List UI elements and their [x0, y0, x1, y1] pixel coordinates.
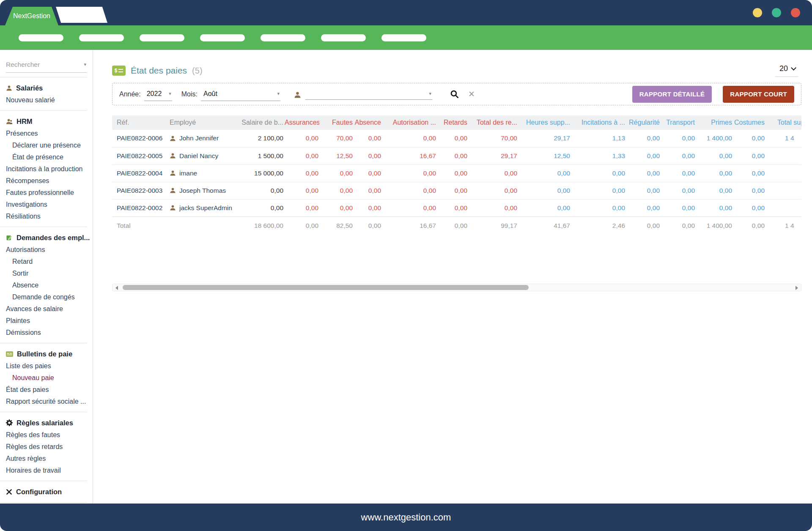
column-header-assurances[interactable]: Assurances: [284, 115, 319, 130]
sidebar-item-fautes-professionnelle[interactable]: Fautes professionnelle: [6, 187, 93, 199]
nav-menu-pill[interactable]: [261, 34, 305, 41]
sidebar-item-plaintes[interactable]: Plaintes: [6, 315, 93, 327]
column-header-employe[interactable]: Employé: [165, 115, 233, 130]
nav-menu-pill[interactable]: [200, 34, 245, 41]
employee-cell[interactable]: Daniel Nancy: [165, 147, 233, 164]
person-icon: [6, 85, 12, 91]
sidebar-menu: SalariésNouveau salariéHRMPrésencesDécla…: [6, 77, 93, 503]
blank-tab[interactable]: [56, 7, 107, 23]
sidebar-item-demande-de-conges[interactable]: Demande de congés: [6, 291, 93, 303]
payroll-ref[interactable]: PAIE0822-0003: [112, 182, 165, 199]
table-cell: 0,00: [437, 130, 468, 147]
nav-menu-pill[interactable]: [321, 34, 366, 41]
detailed-report-button[interactable]: RAPPORT DÉTAILLÉ: [632, 86, 712, 103]
payroll-ref[interactable]: PAIE0822-0004: [112, 164, 165, 182]
sidebar-item-nouveau-paie[interactable]: Nouveau paie: [6, 372, 93, 384]
sidebar-item-retard[interactable]: Retard: [6, 256, 93, 268]
employee-select[interactable]: ▾: [305, 91, 432, 100]
sidebar-item-etat-des-paies[interactable]: État des paies: [6, 384, 93, 396]
column-header-costumes[interactable]: Costumes: [733, 115, 765, 130]
table-row[interactable]: PAIE0822-0005Daniel Nancy1 500,000,0012,…: [112, 147, 801, 164]
column-header-total-sup[interactable]: Total sup: [765, 115, 801, 130]
month-select[interactable]: Août ▾: [201, 90, 280, 101]
sidebar-item-regles-des-fautes[interactable]: Règles des fautes: [6, 429, 93, 441]
sidebar-item-demissions[interactable]: Démissions: [6, 327, 93, 339]
scrollbar-thumb[interactable]: [123, 285, 529, 290]
payroll-ref[interactable]: PAIE0822-0006: [112, 130, 165, 147]
sidebar-item-avances-de-salaire[interactable]: Avances de salaire: [6, 303, 93, 315]
sidebar-section-bulletins-de-paie[interactable]: Bulletins de paie: [6, 348, 93, 360]
sidebar-item-liste-des-paies[interactable]: Liste des paies: [6, 360, 93, 372]
column-header-primes[interactable]: Primes: [696, 115, 733, 130]
employee-cell[interactable]: imane: [165, 164, 233, 182]
sidebar-section-demandes-des-empl[interactable]: Demandes des empl...: [6, 231, 93, 244]
brand-tab[interactable]: NextGestion: [5, 7, 58, 25]
table-row[interactable]: PAIE0822-0002jacks SuperAdmin0,000,000,0…: [112, 199, 801, 216]
short-report-button[interactable]: RAPPORT COURT: [723, 86, 794, 103]
sidebar-search-select[interactable]: Rechercher ▾: [6, 60, 87, 73]
sidebar-item-investigations[interactable]: Investigations: [6, 199, 93, 211]
table-row[interactable]: PAIE0822-0006John Jennifer2 100,000,0070…: [112, 130, 801, 147]
table-row[interactable]: PAIE0822-0003Joseph Thomas0,000,000,000,…: [112, 182, 801, 199]
payroll-ref[interactable]: PAIE0822-0005: [112, 147, 165, 164]
sidebar-item-horaires-de-travail[interactable]: Horaires de travail: [6, 465, 93, 476]
column-header-total-des-re[interactable]: Total des re...: [468, 115, 518, 130]
employee-cell[interactable]: jacks SuperAdmin: [165, 199, 233, 216]
year-select[interactable]: 2022 ▾: [144, 90, 172, 101]
table-cell: 0,00: [661, 199, 696, 216]
nav-menu-pill[interactable]: [381, 34, 426, 41]
payroll-ref[interactable]: PAIE0822-0002: [112, 199, 165, 216]
sidebar-item-nouveau-salarie[interactable]: Nouveau salarié: [6, 94, 93, 106]
nav-menu-pill[interactable]: [79, 34, 124, 41]
close-icon[interactable]: ✕: [468, 89, 475, 99]
column-header-heures-supp[interactable]: Heures supp...: [518, 115, 571, 130]
scroll-left-icon[interactable]: [115, 286, 118, 290]
sidebar-item-regles-des-retards[interactable]: Règles des retards: [6, 441, 93, 453]
app-window: NextGestion Rechercher ▾ SalariésNouveau…: [0, 0, 812, 531]
maximize-button[interactable]: [772, 8, 781, 17]
sidebar-section-regles-salariales[interactable]: Règles salariales: [6, 416, 93, 429]
page-size-select[interactable]: 20: [775, 64, 798, 77]
column-header-regularite[interactable]: Régularité: [626, 115, 661, 130]
table-cell: 12,50: [518, 147, 571, 164]
table-cell: 29,17: [518, 130, 571, 147]
sidebar-item-autorisations[interactable]: Autorisations: [6, 244, 93, 256]
column-header-incitations-a[interactable]: Incitations à ...: [571, 115, 626, 130]
column-header-fautes[interactable]: Fautes: [319, 115, 354, 130]
table-cell: 0,00: [661, 130, 696, 147]
horizontal-scrollbar[interactable]: [112, 284, 801, 291]
sidebar-item-recompenses[interactable]: Récompenses: [6, 175, 93, 187]
employee-cell[interactable]: John Jennifer: [165, 130, 233, 147]
nav-menu-pill[interactable]: [140, 34, 184, 41]
column-header-ref[interactable]: Réf.: [112, 115, 165, 130]
sidebar-item-declarer-une-presence[interactable]: Déclarer une présence: [6, 140, 93, 151]
sidebar-item-presences[interactable]: Présences: [6, 128, 93, 140]
table-row[interactable]: PAIE0822-0004imane15 000,000,000,000,000…: [112, 164, 801, 182]
sidebar-section-hrm[interactable]: HRM: [6, 115, 93, 128]
table-cell: 1,33: [571, 147, 626, 164]
sidebar-item-incitations-a-la-production[interactable]: Incitations à la production: [6, 163, 93, 175]
column-header-salaire-de-b[interactable]: Salaire de b...: [233, 115, 284, 130]
sidebar-item-etat-de-presence[interactable]: État de présence: [6, 151, 93, 163]
table-cell: 0,00: [319, 182, 354, 199]
scroll-right-icon[interactable]: [796, 286, 798, 290]
sidebar-item-resiliations[interactable]: Résiliations: [6, 211, 93, 222]
search-icon[interactable]: [450, 90, 459, 99]
column-header-retards[interactable]: Retards: [437, 115, 468, 130]
people-icon: [6, 118, 13, 125]
column-header-transport[interactable]: Transport: [661, 115, 696, 130]
sidebar-item-sortir[interactable]: Sortir: [6, 268, 93, 279]
sidebar-item-rapport-securite-sociale[interactable]: Rapport sécurité sociale ...: [6, 396, 93, 408]
sidebar-item-absence[interactable]: Absence: [6, 279, 93, 291]
sidebar-item-autres-regles[interactable]: Autres règles: [6, 453, 93, 465]
table-cell: 0,00: [319, 199, 354, 216]
close-button[interactable]: [791, 8, 800, 17]
column-header-absence[interactable]: Absence: [354, 115, 382, 130]
nav-menu-pill[interactable]: [19, 34, 63, 41]
sidebar-section-salaries[interactable]: Salariés: [6, 82, 93, 94]
column-header-autorisation[interactable]: Autorisation ...: [382, 115, 437, 130]
sidebar-section-configuration[interactable]: Configuration: [6, 485, 93, 498]
employee-cell[interactable]: Joseph Thomas: [165, 182, 233, 199]
table-cell: 0,00: [571, 164, 626, 182]
minimize-button[interactable]: [753, 8, 762, 17]
